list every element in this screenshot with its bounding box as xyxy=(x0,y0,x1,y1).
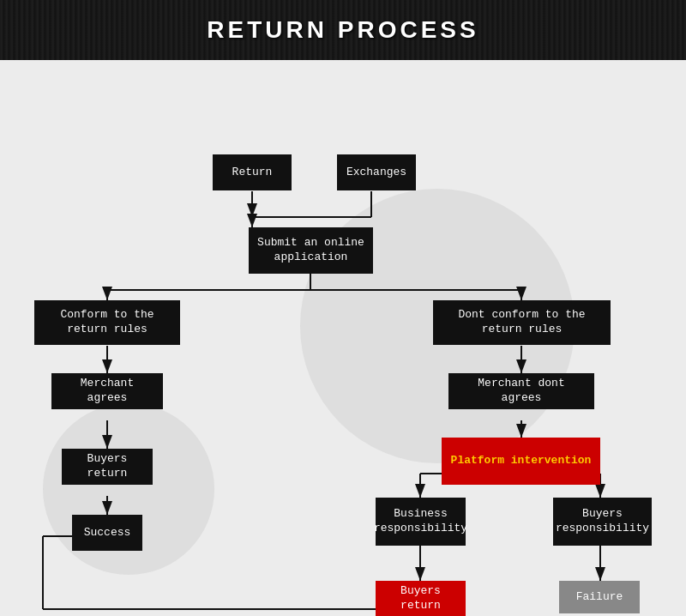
merchant-agrees-box: Merchant agrees xyxy=(51,373,163,409)
buyers-return-left-box: Buyers return xyxy=(62,449,153,485)
platform-intervention-box: Platform intervention xyxy=(442,438,600,485)
buyers-return-right-box: Buyers return xyxy=(376,581,466,616)
failure-box: Failure xyxy=(559,581,640,613)
exchanges-box: Exchanges xyxy=(337,154,416,190)
merchant-dont-box: Merchant dont agrees xyxy=(448,373,594,409)
conform-box: Conform to the return rules xyxy=(34,300,180,345)
business-resp-box: Business responsibility xyxy=(376,498,466,546)
submit-box: Submit an online application xyxy=(249,227,373,274)
page-title: RETURN PROCESS xyxy=(207,16,478,44)
success-box: Success xyxy=(72,515,142,551)
header: RETURN PROCESS xyxy=(0,0,686,60)
buyers-resp-box: Buyers responsibility xyxy=(553,498,652,546)
dont-conform-box: Dont conform to the return rules xyxy=(433,300,611,345)
main-content: Return Exchanges Submit an online applic… xyxy=(0,60,686,616)
return-box: Return xyxy=(213,154,292,190)
